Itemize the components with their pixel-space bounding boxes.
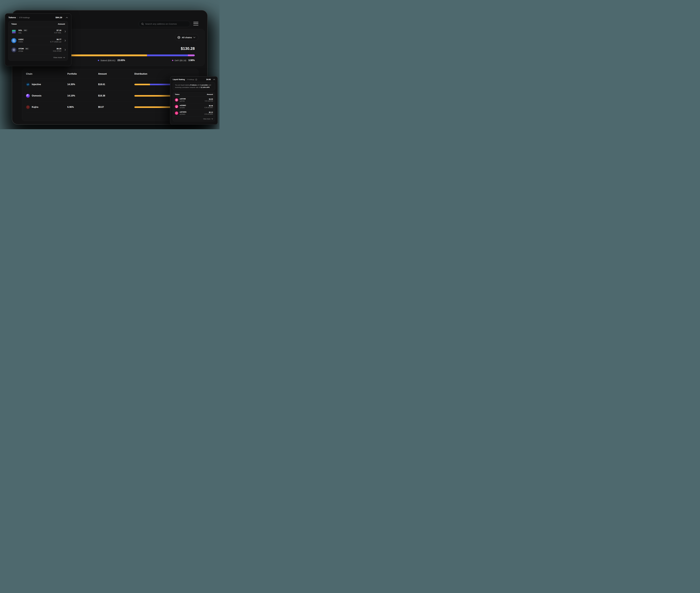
- liquid-staking-table-panel: Token Amount stATOM stATOM $: [173, 92, 215, 121]
- injective-chain-icon: [26, 83, 30, 86]
- usdc-token-icon: $: [11, 38, 16, 43]
- staked-dot-icon: [98, 60, 99, 61]
- all-chains-label: All chains: [182, 36, 192, 39]
- kujira-chain-icon: [26, 105, 30, 109]
- tokens-card-title: Tokens: [8, 16, 16, 19]
- search-placeholder: Search any address on Cosmos: [145, 23, 177, 25]
- defi-dot-icon: [172, 60, 173, 61]
- token-row-ststars[interactable]: ★ stSTARS stSTARS $0.12 1.55 stSTARS: [173, 110, 215, 116]
- chevron-right-icon: [65, 31, 66, 33]
- token-row-sol[interactable]: SOL IBC SOL $7.16 0.07 SOL: [8, 27, 68, 36]
- atom-token-icon: [11, 47, 16, 52]
- tokens-view-more-button[interactable]: View more: [8, 54, 68, 61]
- token-row-atom[interactable]: ATOM IBC ATOM $6.25 0.61 ATOM: [8, 45, 68, 54]
- globe-icon: [178, 36, 180, 39]
- search-icon: [141, 23, 144, 25]
- menu-icon[interactable]: [193, 22, 198, 26]
- liquid-staking-total-value: $4.68: [206, 79, 211, 80]
- statom-token-icon: [175, 98, 178, 102]
- ibc-badge: IBC: [24, 29, 28, 32]
- collapse-chevron-up-icon[interactable]: [213, 79, 215, 80]
- liquid-staking-description: You are liquid staking 9 tokens with 1 p…: [173, 82, 215, 90]
- tokens-holdings-count: 579 holdings: [19, 16, 30, 18]
- tokens-total-value: $94.29: [55, 16, 62, 19]
- all-chains-dropdown[interactable]: All chains: [175, 34, 198, 41]
- chains-table-header: Chain Portfolio Amount Distribution: [26, 69, 194, 79]
- legend-item-staked: Staked ($30.81) 23.65%: [98, 59, 125, 62]
- tokens-card-header: Tokens | 579 holdings $94.29: [8, 16, 68, 19]
- tokens-table-panel: Token Amount SOL IBC SOL $7.16 0.07 SOL: [8, 21, 68, 61]
- chevron-right-icon: [65, 40, 66, 42]
- collapse-chevron-up-icon[interactable]: [66, 17, 68, 18]
- portfolio-total-value: $130.28: [181, 46, 195, 51]
- stosmo-token-icon: [175, 105, 178, 108]
- info-icon[interactable]: [195, 79, 197, 80]
- liquid-staking-header: Liquid Staking | 9 holdings $4.68: [173, 79, 215, 80]
- osmosis-chain-icon: [26, 94, 30, 98]
- sol-token-icon: [11, 29, 16, 34]
- table-row-osmosis[interactable]: Osmosis 14.10% $18.38: [26, 90, 194, 102]
- token-row-stosmo[interactable]: stOSMO stOSMO $0.46 0.24 stOSMO: [173, 103, 215, 110]
- page-background: Search any address on Cosmos All chains: [0, 0, 220, 129]
- token-row-usdc[interactable]: $ USDC USDC $6.77 6.77 USDC.axl: [8, 36, 68, 45]
- liquid-staking-view-more-button[interactable]: View more: [173, 116, 215, 121]
- liquid-staking-table-header: Token Amount: [173, 92, 215, 97]
- table-row-injective[interactable]: Injective 14.30% $18.61: [26, 79, 194, 90]
- svg-text:$: $: [13, 40, 14, 42]
- liquid-staking-holdings-count: 9 holdings: [187, 79, 194, 80]
- token-row-statom[interactable]: stATOM stATOM $4.09 0.31 stATOM: [173, 97, 215, 103]
- chevron-right-icon: [65, 49, 66, 51]
- ibc-badge: IBC: [25, 47, 29, 50]
- tokens-table-header: Token Amount: [8, 21, 68, 27]
- table-row-kujira[interactable]: Kujira 6.96% $9.07: [26, 102, 194, 113]
- tokens-card: Tokens | 579 holdings $94.29 Token Amoun…: [5, 13, 71, 66]
- liquid-staking-card: Liquid Staking | 9 holdings $4.68 You ar…: [170, 76, 218, 125]
- liquid-staking-title: Liquid Staking: [173, 79, 185, 80]
- search-input[interactable]: Search any address on Cosmos: [139, 21, 190, 27]
- legend-item-defi: DeFi ($5.18) 3.98%: [172, 59, 195, 62]
- chevron-down-icon: [193, 37, 195, 38]
- ststars-token-icon: ★: [175, 111, 178, 115]
